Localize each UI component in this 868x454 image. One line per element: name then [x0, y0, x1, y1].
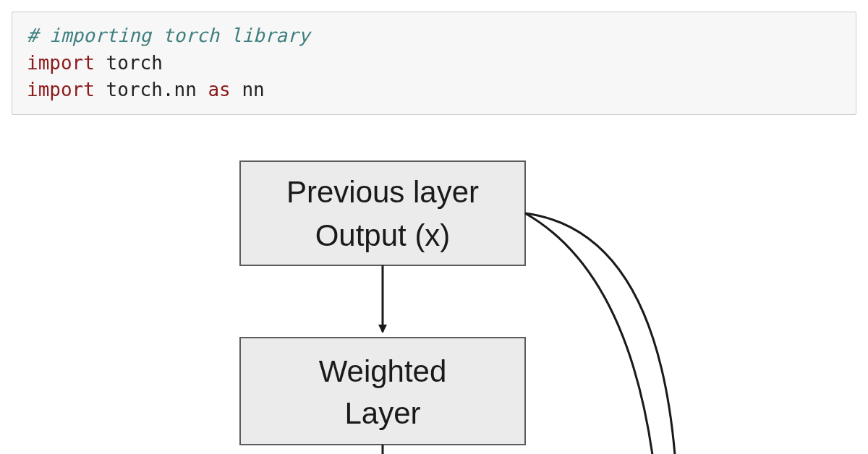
code-block: # importing torch library import torch i…	[12, 12, 856, 115]
diagram-node-text: Weighted	[319, 354, 447, 388]
diagram: Previous layer Output (x) Weighted Layer	[12, 144, 856, 454]
code-text: nn	[231, 79, 265, 100]
diagram-skip-connection-inner	[525, 213, 652, 454]
document-page: # importing torch library import torch i…	[0, 0, 868, 454]
code-keyword: as	[208, 79, 230, 100]
code-text: torch	[95, 52, 163, 74]
diagram-node-text: Previous layer	[286, 175, 479, 209]
code-text: torch.nn	[95, 79, 208, 100]
code-comment: # importing torch library	[27, 25, 310, 46]
diagram-skip-connection-outer	[525, 213, 675, 454]
diagram-node-text: Output (x)	[315, 218, 451, 252]
code-keyword: import	[27, 52, 95, 74]
code-keyword: import	[27, 79, 95, 100]
diagram-node-text: Layer	[344, 396, 420, 430]
